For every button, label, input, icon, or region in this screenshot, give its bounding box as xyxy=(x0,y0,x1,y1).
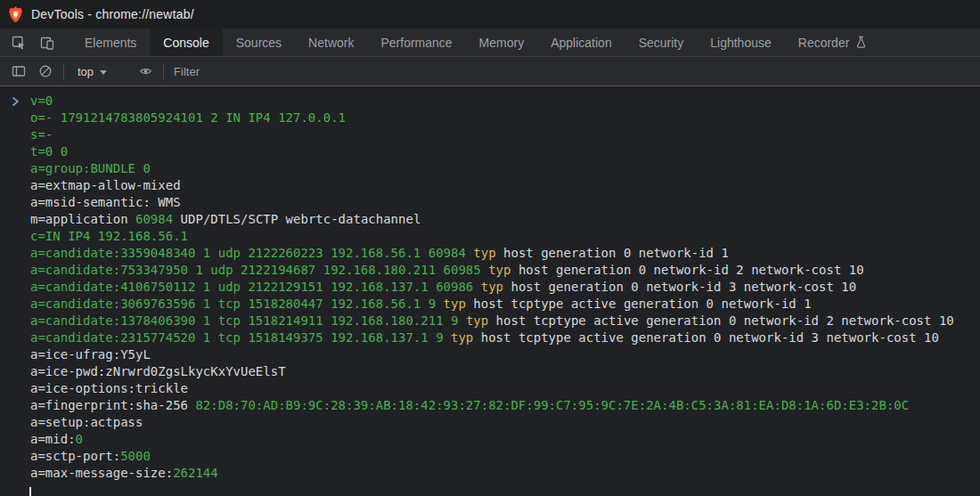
live-expression-eye-icon[interactable] xyxy=(132,60,159,83)
titlebar: DevTools - chrome://newtab/ xyxy=(0,0,980,28)
console-text: s=- xyxy=(30,127,53,142)
console-line: a=candidate:753347950 1 udp 2122194687 1… xyxy=(0,262,980,279)
console-line: a=candidate:4106750112 1 udp 2122129151 … xyxy=(0,279,980,296)
console-text: typ xyxy=(488,263,510,277)
toolbar-icon-group xyxy=(0,28,61,56)
tab-label: Performance xyxy=(380,36,452,50)
device-toolbar-icon[interactable] xyxy=(34,31,61,54)
tab-label: Recorder xyxy=(798,36,850,50)
console-text: a=ice-options:trickle xyxy=(30,381,188,395)
main-toolbar: Elements Console Sources Network Perform… xyxy=(0,28,980,57)
console-text: typ xyxy=(451,330,473,345)
window-title: DevTools - chrome://newtab/ xyxy=(31,7,194,21)
clear-console-icon[interactable] xyxy=(32,60,59,83)
console-text: 262144 xyxy=(173,466,218,480)
tab-label: Security xyxy=(639,36,684,50)
console-line: a=extmap-allow-mixed xyxy=(0,177,980,194)
console-text: 82:D8:70:AD:B9:9C:28:39:AB:18:42:93:27:8… xyxy=(195,398,909,412)
console-text: a=sctp-port: xyxy=(30,449,120,463)
console-text: UDP/DTLS/SCTP webrtc-datachannel xyxy=(173,212,421,226)
console-text: host tcptype active generation 0 network… xyxy=(473,330,939,345)
console-line: a=sctp-port:5000 xyxy=(0,448,980,465)
tab-label: Elements xyxy=(85,36,136,50)
tab-network[interactable]: Network xyxy=(295,28,367,56)
console-text: host generation 0 network-id 1 xyxy=(496,246,729,260)
console-line: c=IN IP4 192.168.56.1 xyxy=(0,228,980,245)
console-text: m=application xyxy=(30,212,135,226)
tab-sources[interactable]: Sources xyxy=(223,28,295,56)
console-text: t=0 0 xyxy=(30,144,68,159)
console-line: m=application 60984 UDP/DTLS/SCTP webrtc… xyxy=(0,211,980,228)
console-line: a=msid-semantic: WMS xyxy=(0,194,980,211)
console-line: a=ice-options:trickle xyxy=(0,380,980,397)
console-text: host tcptype active generation 0 network… xyxy=(466,297,812,311)
console-text: 0 xyxy=(76,432,83,446)
console-output[interactable]: v=0 o=- 1791214783805924101 2 IN IP4 127… xyxy=(0,86,980,496)
tab-security[interactable]: Security xyxy=(625,28,698,56)
console-text: 5000 xyxy=(120,449,151,463)
tab-console[interactable]: Console xyxy=(150,28,222,56)
filter-input[interactable] xyxy=(174,65,980,78)
tab-label: Network xyxy=(308,36,354,50)
tab-performance[interactable]: Performance xyxy=(367,28,465,56)
tab-application[interactable]: Application xyxy=(537,28,625,56)
console-line: o=- 1791214783805924101 2 IN IP4 127.0.0… xyxy=(0,110,980,126)
console-text: a=ice-pwd:zNrwrd0ZgsLkycKxYvUeElsT xyxy=(30,364,286,378)
console-line: a=setup:actpass xyxy=(0,414,980,431)
console-line: a=candidate:3069763596 1 tcp 1518280447 … xyxy=(0,296,980,313)
tab-label: Console xyxy=(163,36,208,50)
console-text: a=group:BUNDLE 0 xyxy=(30,161,151,175)
tab-elements[interactable]: Elements xyxy=(71,28,150,56)
tab-memory[interactable]: Memory xyxy=(466,28,538,56)
filter-container xyxy=(174,65,980,78)
toolbar-separator xyxy=(63,64,64,79)
console-toolbar: top xyxy=(0,57,980,86)
console-text: a=candidate:3069763596 1 tcp 1518280447 … xyxy=(30,297,444,311)
tab-recorder[interactable]: Recorder xyxy=(785,28,882,56)
console-text: a=setup:actpass xyxy=(30,415,143,429)
console-text: 60984 xyxy=(135,212,173,226)
console-line: v=0 xyxy=(0,93,980,110)
console-text: typ xyxy=(444,297,466,311)
console-text: host generation 0 network-id 3 network-c… xyxy=(503,280,856,294)
inspect-element-icon[interactable] xyxy=(5,31,32,54)
console-text: host generation 0 network-id 2 network-c… xyxy=(510,263,863,277)
panel-tabs: Elements Console Sources Network Perform… xyxy=(71,28,881,56)
toolbar-separator xyxy=(163,64,164,79)
console-line: a=ice-pwd:zNrwrd0ZgsLkycKxYvUeElsT xyxy=(0,363,980,380)
console-line: a=candidate:1378406390 1 tcp 1518214911 … xyxy=(0,313,980,329)
console-text: a=fingerprint:sha-256 xyxy=(30,398,195,412)
context-selector[interactable]: top xyxy=(69,65,116,78)
console-text: a=candidate:4106750112 1 udp 2122129151 … xyxy=(30,280,481,294)
console-line: t=0 0 xyxy=(0,143,980,160)
flask-icon xyxy=(854,36,868,49)
console-input-line[interactable] xyxy=(29,486,980,496)
console-text: a=max-message-size: xyxy=(30,466,173,480)
console-text: a=candidate:1378406390 1 tcp 1518214911 … xyxy=(30,313,466,328)
console-text: a=candidate:3359048340 1 udp 2122260223 … xyxy=(30,246,473,260)
console-sidebar-icon[interactable] xyxy=(5,60,32,83)
devtools-window: DevTools - chrome://newtab/ Elements Con… xyxy=(0,0,980,496)
tab-label: Sources xyxy=(236,36,282,50)
context-selector-value: top xyxy=(78,65,94,78)
tab-lighthouse[interactable]: Lighthouse xyxy=(697,28,785,56)
console-text: host tcptype active generation 0 network… xyxy=(488,313,954,328)
console-text: a=mid: xyxy=(30,432,76,446)
console-line: a=candidate:3359048340 1 udp 2122260223 … xyxy=(0,245,980,262)
tab-label: Memory xyxy=(479,36,525,50)
console-text: o=- 1791214783805924101 2 IN IP4 127.0.0… xyxy=(30,110,346,125)
console-text: typ xyxy=(473,246,495,260)
console-text: a=extmap-allow-mixed xyxy=(30,178,181,192)
brave-icon xyxy=(8,6,23,23)
console-line: a=candidate:2315774520 1 tcp 1518149375 … xyxy=(0,329,980,346)
console-text: a=ice-ufrag:Y5yL xyxy=(30,347,151,362)
console-text: a=msid-semantic: WMS xyxy=(30,195,181,209)
console-text: typ xyxy=(466,313,488,328)
chevron-down-icon xyxy=(100,70,107,75)
console-line: a=fingerprint:sha-256 82:D8:70:AD:B9:9C:… xyxy=(0,397,980,414)
console-prompt-icon xyxy=(12,96,20,107)
console-text: typ xyxy=(481,280,503,294)
console-text: a=candidate:2315774520 1 tcp 1518149375 … xyxy=(30,330,451,345)
console-text: a=candidate:753347950 1 udp 2122194687 1… xyxy=(30,263,488,277)
console-text: c=IN IP4 192.168.56.1 xyxy=(30,229,188,243)
